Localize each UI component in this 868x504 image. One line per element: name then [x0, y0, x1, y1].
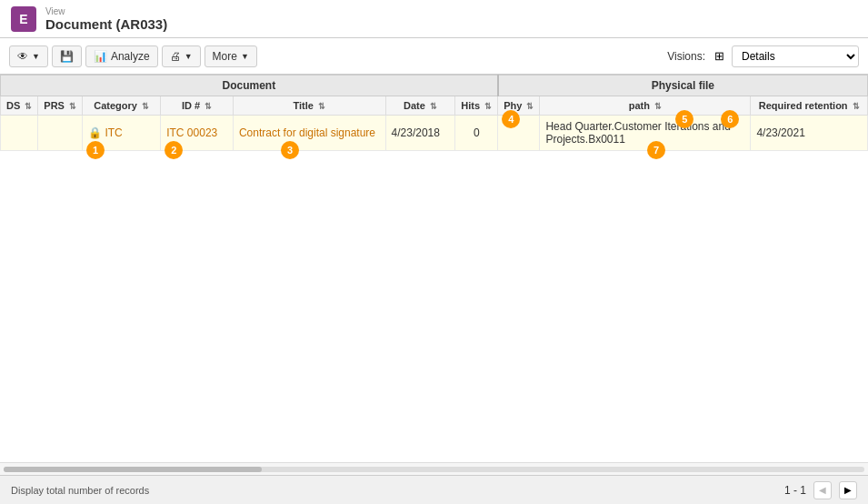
col-required-retention[interactable]: Required retention ⇅: [751, 96, 868, 116]
col-required-retention-sort: ⇅: [853, 102, 860, 111]
more-dropdown-icon: ▼: [241, 52, 249, 61]
id-link[interactable]: ITC 00023: [166, 126, 217, 139]
col-phy-label: Phy: [504, 100, 522, 111]
col-ds[interactable]: DS ⇅: [1, 96, 38, 116]
col-prs[interactable]: PRS ⇅: [38, 96, 83, 116]
app-title-area: View Document (AR033): [45, 6, 167, 32]
pager-prev-button[interactable]: ◀: [813, 481, 832, 499]
analyze-button[interactable]: 📊 Analyze: [85, 45, 158, 67]
badge-3: 3: [281, 141, 299, 159]
cell-ds: [1, 116, 38, 151]
col-ds-sort: ⇅: [25, 102, 32, 111]
app-logo: E: [11, 6, 36, 32]
col-phy-sort: ⇅: [526, 102, 534, 111]
title-link[interactable]: Contract for digital signature: [239, 126, 375, 139]
eye-icon: 👁: [17, 50, 28, 63]
print-icon: 🖨: [170, 50, 181, 63]
badge-4: 4: [502, 110, 520, 128]
category-link[interactable]: ITC: [105, 126, 122, 139]
col-hits[interactable]: Hits ⇅: [455, 96, 498, 116]
col-path-sort: ⇅: [654, 102, 662, 111]
chart-icon: 📊: [94, 50, 107, 63]
visions-label: Visions:: [667, 50, 705, 63]
view-label: View: [45, 6, 167, 16]
col-id-label: ID #: [182, 100, 200, 111]
cell-phy: 4: [498, 116, 540, 151]
table-row: 🔒 ITC 1 ITC 00023 2 Contract for digital…: [1, 116, 868, 151]
badge-6: 6: [721, 110, 739, 128]
col-required-retention-label: Required retention: [759, 100, 848, 111]
cell-id: ITC 00023 2: [161, 116, 234, 151]
app-title: Document (AR033): [45, 16, 167, 32]
footer: Display total number of records 1 - 1 ◀ …: [0, 475, 868, 504]
save-icon: 💾: [60, 50, 74, 63]
col-category-label: Category: [94, 100, 137, 111]
horizontal-scrollbar[interactable]: [0, 462, 868, 475]
cell-title: Contract for digital signature 3: [233, 116, 385, 151]
col-hits-sort: ⇅: [484, 102, 492, 111]
col-title-label: Title: [294, 100, 314, 111]
footer-pager: 1 - 1 ◀ ▶: [784, 481, 857, 499]
cell-hits: 0: [455, 116, 498, 151]
col-path[interactable]: path ⇅: [540, 96, 751, 116]
app-header: E View Document (AR033): [0, 0, 868, 38]
col-path-label: path: [629, 100, 650, 111]
data-table: Document Physical file DS ⇅ PRS ⇅ Catego…: [0, 75, 868, 151]
col-prs-sort: ⇅: [69, 102, 76, 111]
col-id[interactable]: ID # ⇅: [161, 96, 234, 116]
badge-1: 1: [86, 141, 105, 159]
logo-icon: E: [19, 12, 27, 26]
analyze-label: Analyze: [111, 50, 150, 63]
eye-button[interactable]: 👁 ▼: [9, 45, 48, 67]
col-hits-label: Hits: [461, 100, 480, 111]
save-button[interactable]: 💾: [52, 45, 82, 67]
footer-records-text: Display total number of records: [11, 485, 149, 496]
col-category-sort: ⇅: [142, 102, 149, 111]
cell-date: 4/23/2018: [385, 116, 455, 151]
cell-required-retention: 4/23/2021: [751, 116, 868, 151]
grid-icon: ⊞: [714, 49, 724, 63]
col-prs-label: PRS: [44, 100, 65, 111]
scrollbar-track: [4, 467, 864, 472]
col-category[interactable]: Category ⇅: [83, 96, 161, 116]
toolbar: 👁 ▼ 💾 📊 Analyze 🖨 ▼ More ▼ Visions: ⊞ De…: [0, 38, 868, 75]
pager-next-button[interactable]: ▶: [839, 481, 857, 499]
col-date-label: Date: [404, 100, 425, 111]
group-header-physical: Physical file: [498, 76, 868, 96]
scrollbar-thumb: [4, 467, 262, 472]
badge-2: 2: [165, 141, 183, 159]
col-date-sort: ⇅: [430, 102, 437, 111]
eye-dropdown-icon: ▼: [32, 52, 40, 61]
cell-category: 🔒 ITC 1: [83, 116, 161, 151]
col-title-sort: ⇅: [318, 102, 325, 111]
col-title[interactable]: Title ⇅: [233, 96, 385, 116]
print-dropdown-icon: ▼: [185, 52, 193, 61]
col-ds-label: DS: [6, 100, 20, 111]
cell-path: Head Quarter.Customer Iterations and Pro…: [540, 116, 751, 151]
content-area: Document Physical file DS ⇅ PRS ⇅ Catego…: [0, 75, 868, 475]
more-label: More: [213, 50, 237, 63]
badge-7: 7: [647, 141, 665, 159]
cell-prs: [38, 116, 83, 151]
group-header-document: Document: [1, 76, 498, 96]
col-date[interactable]: Date ⇅: [385, 96, 455, 116]
print-button[interactable]: 🖨 ▼: [162, 45, 201, 67]
col-id-sort: ⇅: [205, 102, 212, 111]
path-value: Head Quarter.Customer Iterations and Pro…: [545, 120, 730, 146]
lock-icon: 🔒: [88, 126, 102, 139]
visions-select[interactable]: Details: [732, 45, 859, 67]
more-button[interactable]: More ▼: [205, 45, 257, 67]
pager-info: 1 - 1: [784, 484, 806, 497]
